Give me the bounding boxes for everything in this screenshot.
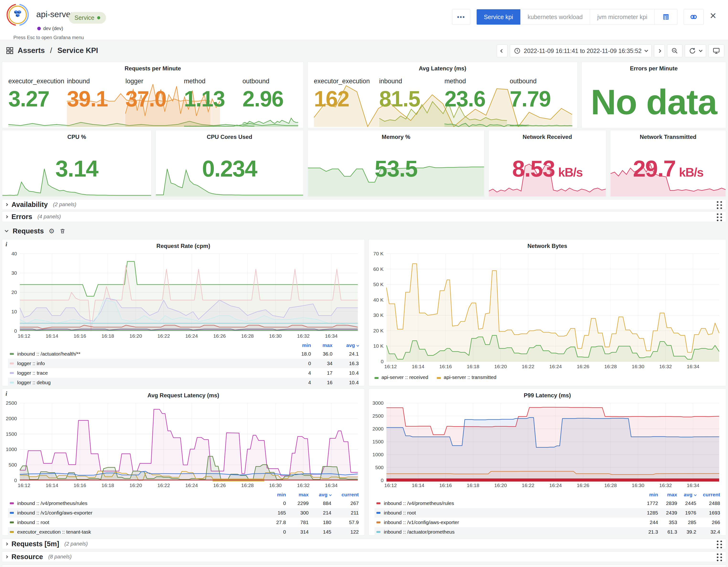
network-bytes-chart[interactable]: 16:1216:1416:1616:1816:2016:2216:2416:26… [372,251,723,370]
time-shift-back-button[interactable] [497,44,507,57]
series-label[interactable]: logger :: trace [17,370,290,376]
svg-text:16:22: 16:22 [157,333,170,339]
svg-text:2000: 2000 [372,426,384,431]
status-dot [97,16,100,19]
share-link-button[interactable] [684,9,704,25]
legend-sort-avg[interactable]: avg [677,492,696,498]
legend-sort-min[interactable]: min [639,492,658,498]
stat-value: 29.7kB/s [610,156,726,182]
panel-info-icon[interactable]: i [5,390,7,397]
series-label[interactable]: logger :: debug [17,380,290,385]
svg-text:16:30: 16:30 [632,364,644,369]
legend-value: 24.1 [332,351,359,357]
legend-row[interactable]: inbound :: /v4/prometheus/rules022998842… [8,499,359,508]
close-button[interactable]: × [710,9,722,25]
stat-value: 53.5 [308,156,484,182]
no-data-text: No data [582,82,726,122]
request-rate-chart[interactable]: 16:1216:1416:1616:1816:2016:2216:2416:26… [5,251,362,340]
panel-info-icon[interactable]: i [5,241,7,248]
legend-sort-max[interactable]: max [311,342,332,348]
svg-text:16:26: 16:26 [577,483,589,488]
row-panel-count: (2 panels) [64,541,88,547]
legend-row[interactable]: logger :: debug41610.4 [8,378,359,387]
row-requests-5m[interactable]: Requests [5m](2 panels) [2,539,726,549]
legend-value: 353 [658,520,677,525]
row-settings-gear-icon[interactable]: ⚙ [49,227,55,235]
legend-row[interactable]: inbound :: root1285243919761693 [375,508,720,518]
refresh-button[interactable] [685,44,706,57]
legend-row[interactable]: inbound :: root27.878118057.9 [8,518,359,527]
drag-handle[interactable] [715,552,723,562]
svg-text:16:28: 16:28 [241,483,254,488]
avg-latency-legend: minmaxavgcurrent inbound :: /v4/promethe… [8,491,359,533]
drag-handle[interactable] [715,539,723,549]
legend-row[interactable]: logger :: info03416.3 [8,359,359,368]
legend-item[interactable]: api-server :: transmitted [437,374,496,380]
trash-icon[interactable] [59,228,66,234]
more-options-button[interactable]: ••• [452,9,470,25]
legend-row[interactable]: inbound :: /v1/config/aws-exporter244353… [375,518,720,527]
series-label[interactable]: inbound :: root [384,510,639,516]
legend-row[interactable]: inbound :: /v4/prometheus/rules177228392… [375,499,720,508]
series-color-swatch [10,353,14,355]
legend-row[interactable]: inbound :: /v1/config/aws-exporter165300… [8,508,359,518]
svg-text:1500: 1500 [372,439,384,444]
panel-title: Avg Latency (ms) [308,62,577,72]
tab-kubernetes-workload[interactable]: kubernetes workload [521,9,590,25]
kiosk-mode-button[interactable] [708,44,724,57]
p99-latency-chart[interactable]: 16:1216:1416:1616:1816:2016:2216:2416:26… [372,400,723,489]
legend-sort-current[interactable]: current [331,492,359,498]
legend-value: 884 [309,500,331,506]
legend-value: 211 [331,510,359,516]
row-errors[interactable]: Errors(4 panels) [2,211,726,222]
apps-grid-icon[interactable] [6,47,13,54]
legend-row[interactable]: inbound :: /actuator/prometheus21.361.33… [375,527,720,537]
drag-handle[interactable] [715,212,723,221]
series-label[interactable]: inbound :: /v4/prometheus/rules [384,500,639,506]
series-label[interactable]: executor_execution :: tenant-task [17,529,263,535]
series-label[interactable]: inbound :: /v4/prometheus/rules [17,500,263,506]
svg-text:40 K: 40 K [373,297,384,303]
dashboard-list-button[interactable] [655,9,677,25]
legend-row[interactable]: inbound :: /actuator/health/**18.036.024… [8,349,359,359]
series-label[interactable]: logger :: info [17,361,290,366]
legend-sort-max[interactable]: max [286,492,309,498]
zoom-out-button[interactable] [667,44,682,57]
svg-text:20: 20 [11,289,17,295]
time-shift-forward-button[interactable] [654,44,665,57]
series-label[interactable]: inbound :: /v1/config/aws-exporter [384,520,639,525]
legend-row[interactable]: executor_execution :: tenant-task0314145… [8,527,359,537]
legend-row[interactable]: logger :: trace41710.4 [8,368,359,378]
legend-value: 16.3 [332,361,359,366]
legend-sort-max[interactable]: max [658,492,677,498]
row-availability[interactable]: Availability(2 panels) [2,199,726,210]
series-color-swatch [376,531,380,533]
refresh-interval-dropdown[interactable] [699,48,703,52]
svg-text:2500: 2500 [372,413,384,419]
legend-sort-min[interactable]: min [290,342,311,348]
panel-title: Errors per Minute [582,62,726,72]
series-label[interactable]: inbound :: /actuator/prometheus [384,529,639,535]
series-label[interactable]: inbound :: /v1/config/aws-exporter [17,510,263,516]
tab-jvm-micrometer-kpi[interactable]: jvm micrometer kpi [590,9,655,25]
breadcrumb-section[interactable]: Asserts [18,46,45,55]
breadcrumb-separator: / [50,46,52,55]
grafana-dashboard: api-server Service dev (dev) Press Esc t… [0,0,728,567]
legend-header: minmaxavgcurrent [375,491,720,499]
svg-text:2000: 2000 [6,416,17,421]
legend-sort-current[interactable]: current [696,492,720,498]
legend-sort-min[interactable]: min [263,492,286,498]
legend-sort-avg[interactable]: avg [309,492,331,498]
panel-p99-latency: P99 Latency (ms) 16:1216:1416:1616:1816:… [369,389,726,535]
avg-latency-chart[interactable]: 16:1216:1416:1616:1816:2016:2216:2416:26… [5,400,362,489]
row-resource[interactable]: Resource(8 panels) [2,551,726,562]
series-label[interactable]: inbound :: /actuator/health/** [17,351,290,357]
legend-sort-avg[interactable]: avg [332,342,359,348]
row-requests[interactable]: Requests ⚙ [5,226,66,236]
legend-item[interactable]: api-server :: received [375,374,428,380]
time-range-picker[interactable]: 2022-11-09 16:11:41 to 2022-11-09 16:35:… [510,44,652,57]
drag-handle[interactable] [715,200,723,209]
series-label[interactable]: inbound :: root [17,520,263,525]
svg-text:16:12: 16:12 [18,483,30,488]
tab-service-kpi[interactable]: Service kpi [477,9,520,25]
